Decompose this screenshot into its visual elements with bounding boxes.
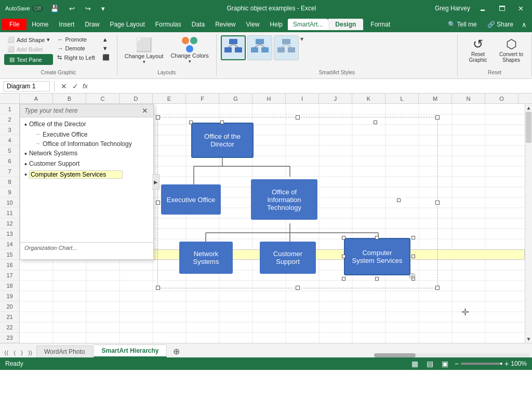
scroll-down[interactable]: ▼ (525, 335, 532, 343)
right-to-left-button[interactable]: ⇆ Right to Left (54, 53, 98, 62)
add-shape-dropdown[interactable]: ▾ (47, 36, 50, 43)
convert-shapes-button[interactable]: ⬡ Convert to Shapes (495, 35, 527, 64)
grid-content[interactable]: Office of theDirector Executive Office O… (20, 104, 525, 343)
change-layout-dropdown[interactable]: ▾ (143, 59, 145, 64)
reset-graphic-button[interactable]: ↺ Reset Graphic (462, 35, 494, 64)
row-header-16[interactable]: 16 (0, 260, 19, 270)
node-info-tech[interactable]: Office ofInformationTechnology (251, 179, 317, 220)
row-header-8[interactable]: 8 (0, 177, 19, 187)
close-button[interactable]: ✕ (515, 4, 527, 14)
zoom-handle[interactable] (500, 363, 502, 365)
row-header-9[interactable]: 9 (0, 187, 19, 197)
col-header-G[interactable]: G (219, 94, 252, 103)
add-sheet-button[interactable]: ⊕ (170, 345, 183, 357)
promote-button[interactable]: ← Promote (54, 35, 98, 44)
node-computer-handle-ml[interactable] (342, 255, 345, 258)
sheet-nav-last[interactable]: ⟩⟩ (26, 349, 34, 357)
row-header-19[interactable]: 19 (0, 291, 19, 301)
style-thumb-3[interactable] (274, 35, 299, 60)
node-info-tech-handle-mr[interactable] (397, 198, 401, 202)
tp-text-3[interactable]: Office of Information Technology (43, 140, 132, 148)
row-header-10[interactable]: 10 (0, 197, 19, 208)
row-header-15[interactable]: 15 (0, 249, 19, 260)
node-computer-handle-tl[interactable] (342, 236, 345, 240)
node-executive[interactable]: Executive Office (161, 184, 221, 215)
col-header-B[interactable]: B (53, 94, 86, 103)
node-customer[interactable]: CustomerSupport (260, 242, 316, 274)
menu-smartart[interactable]: SmartArt... (288, 19, 328, 30)
col-header-F[interactable]: F (186, 94, 219, 103)
h-scroll-thumb[interactable] (374, 353, 416, 357)
handle-ml[interactable] (156, 201, 160, 205)
scroll-track[interactable] (525, 112, 532, 335)
add-shape-button[interactable]: ⬜ Add Shape ▾ (4, 35, 53, 44)
row-header-13[interactable]: 13 (0, 229, 19, 239)
demote-button[interactable]: → Demote (54, 44, 98, 52)
row-header-18[interactable]: 18 (0, 281, 19, 291)
zoom-out-button[interactable]: − (455, 360, 459, 368)
sheet-nav-next[interactable]: ⟩ (19, 349, 25, 357)
menu-review[interactable]: Review (210, 19, 241, 30)
menu-view[interactable]: View (241, 19, 265, 30)
save-button[interactable]: 💾 (47, 4, 62, 14)
restore-button[interactable]: 🗖 (496, 4, 509, 14)
col-header-H[interactable]: H (252, 94, 286, 103)
menu-page-layout[interactable]: Page Layout (104, 19, 150, 30)
handle-tr[interactable] (435, 115, 440, 119)
page-break-button[interactable]: ▣ (440, 359, 450, 368)
col-header-E[interactable]: E (153, 94, 186, 103)
menu-data[interactable]: Data (187, 19, 210, 30)
redo-button[interactable]: ↪ (82, 4, 94, 14)
row-header-5[interactable]: 5 (0, 145, 19, 156)
col-header-D[interactable]: D (119, 94, 153, 103)
change-colors-dropdown[interactable]: ▾ (189, 59, 191, 64)
autosave-state[interactable]: Off (32, 5, 43, 12)
scroll-up[interactable]: ▲ (525, 104, 532, 112)
sheet-tab-smartart[interactable]: SmartArt Hierarchy (94, 344, 166, 357)
handle-tl[interactable] (156, 115, 160, 119)
node-handle-tm[interactable] (220, 121, 224, 124)
move-down-button[interactable]: ▼ (99, 44, 113, 52)
tp-text-2[interactable]: Executive Office (43, 131, 87, 138)
autosave-toggle[interactable]: AutoSave Off (5, 5, 43, 12)
menu-draw[interactable]: Draw (79, 19, 104, 30)
row-header-11[interactable]: 11 (0, 208, 19, 218)
vertical-scrollbar[interactable]: ▲ ▼ (525, 104, 532, 343)
tp-text-4[interactable]: Network Systems (29, 150, 77, 157)
zoom-in-button[interactable]: + (504, 360, 509, 368)
tp-text-6-input[interactable] (29, 170, 123, 179)
tab-format[interactable]: Format (363, 19, 397, 30)
menu-formulas[interactable]: Formulas (150, 19, 187, 30)
text-pane-button[interactable]: ▤ Text Pane (4, 54, 53, 65)
col-header-O[interactable]: O (485, 94, 518, 103)
h-scrollbar[interactable] (374, 353, 530, 357)
corner-cell[interactable] (0, 94, 20, 103)
handle-bl[interactable] (156, 286, 160, 290)
row-header-3[interactable]: 3 (0, 125, 19, 135)
handle-br[interactable] (435, 286, 440, 290)
row-header-7[interactable]: 7 (0, 166, 19, 177)
row-header-12[interactable]: 12 (0, 218, 19, 229)
sheet-nav-prev[interactable]: ⟨ (11, 349, 18, 357)
row-header-4[interactable]: 4 (0, 135, 19, 145)
add-bullet-button[interactable]: ⬜ Add Bullet (4, 45, 53, 54)
zoom-track[interactable] (461, 363, 502, 365)
row-header-23[interactable]: 23 (0, 332, 19, 343)
formula-confirm-button[interactable]: ✓ (70, 82, 81, 91)
ribbon-collapse[interactable]: ∧ (518, 20, 530, 30)
row-header-20[interactable]: 20 (0, 301, 19, 312)
node-computer-handle-mr[interactable] (411, 255, 415, 258)
name-box[interactable] (3, 81, 50, 91)
layout-btn[interactable]: ⬛ (99, 53, 113, 62)
node-handle-tr[interactable] (374, 121, 377, 124)
text-pane-collapse[interactable]: ▶ (152, 174, 159, 190)
row-header-14[interactable]: 14 (0, 239, 19, 249)
node-computer-handle-bl[interactable] (342, 277, 345, 281)
minimize-button[interactable]: 🗕 (476, 4, 489, 14)
text-pane-close-button[interactable]: ✕ (141, 107, 149, 115)
fx-button[interactable]: fx (83, 82, 88, 90)
node-director[interactable]: Office of theDirector (191, 123, 254, 158)
col-header-C[interactable]: C (86, 94, 119, 103)
formula-cancel-button[interactable]: ✕ (59, 82, 69, 91)
text-pane-footer[interactable]: Organization Chart... (20, 242, 153, 253)
